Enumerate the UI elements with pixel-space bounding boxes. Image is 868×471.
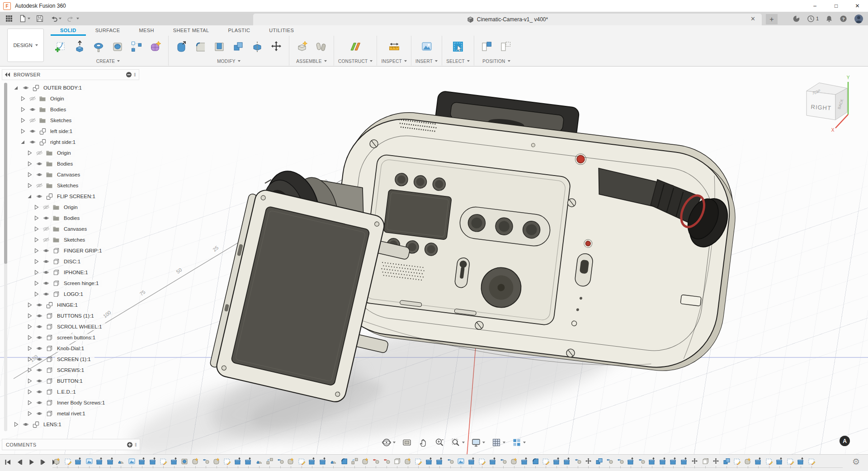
browser-row-right-side-1[interactable]: right side:1 <box>2 137 139 147</box>
browser-row-screws-1[interactable]: SCREWS:1 <box>2 365 139 376</box>
revert-position-tool[interactable] <box>497 38 514 56</box>
timeline-feature-form-icon[interactable] <box>53 457 61 465</box>
timeline-feature-joint-icon[interactable] <box>202 457 210 465</box>
new-component-tool[interactable] <box>293 38 311 56</box>
timeline-feature-joint-icon[interactable] <box>500 457 507 465</box>
timeline-feature-sketch-icon[interactable] <box>733 457 741 465</box>
timeline-feature-image-icon[interactable] <box>85 457 93 465</box>
timeline-feature-sketch-icon[interactable] <box>160 457 167 465</box>
expand-twisty-icon[interactable] <box>32 290 40 298</box>
timeline-feature-extrude-icon[interactable] <box>627 457 635 465</box>
expand-twisty-icon[interactable] <box>32 268 40 276</box>
timeline-feature-box-icon[interactable] <box>393 457 401 465</box>
timeline-feature-image-icon[interactable] <box>128 457 136 465</box>
zoom-nav-icon[interactable] <box>433 436 446 449</box>
timeline-feature-move-icon[interactable] <box>691 457 698 465</box>
timeline-feature-form-icon[interactable] <box>404 457 412 465</box>
expand-twisty-icon[interactable] <box>19 116 27 124</box>
browser-row-screen-hinge-1[interactable]: Screen hinge:1 <box>2 278 139 289</box>
timeline-feature-fillet-icon[interactable] <box>532 457 539 465</box>
browser-row-flip-screen-1[interactable]: FLIP SCREEN:1 <box>2 191 139 202</box>
browser-row-button-1[interactable]: BUTTON:1 <box>2 376 139 386</box>
split-body-tool[interactable] <box>249 38 266 56</box>
timeline-feature-joint-icon[interactable] <box>277 457 284 465</box>
browser-row-origin[interactable]: Origin <box>2 93 139 104</box>
timeline-feature-move-icon[interactable] <box>712 457 720 465</box>
job-status-icon[interactable]: 1 <box>807 15 819 23</box>
browser-row-screen-1-1[interactable]: SCREEN (1):1 <box>2 354 139 365</box>
timeline-feature-image-icon[interactable] <box>457 457 465 465</box>
timeline-feature-extrude-icon[interactable] <box>96 457 104 465</box>
timeline-feature-joint-icon[interactable] <box>574 457 582 465</box>
visibility-eye-icon[interactable] <box>42 290 50 298</box>
measure-tool[interactable] <box>386 38 403 56</box>
browser-row-finger-grip-1[interactable]: FINGER GRIP:1 <box>2 245 139 256</box>
timeline-feature-fillet-icon[interactable] <box>340 457 348 465</box>
browser-row-sketches[interactable]: Sketches <box>2 234 139 245</box>
ribbon-group-label[interactable]: INSPECT <box>381 59 401 64</box>
expand-twisty-icon[interactable] <box>25 160 33 168</box>
expand-twisty-icon[interactable] <box>25 333 33 342</box>
visibility-eye-icon[interactable] <box>28 95 37 103</box>
timeline-feature-joint-icon[interactable] <box>447 457 454 465</box>
collapse-twisty-icon[interactable] <box>25 192 33 200</box>
add-comment-icon[interactable] <box>127 442 133 448</box>
look-at-nav-icon[interactable] <box>400 436 414 449</box>
revolve-tool[interactable] <box>90 38 107 56</box>
timeline-feature-box-icon[interactable] <box>702 457 709 465</box>
timeline-feature-hole-icon[interactable] <box>181 457 189 465</box>
ribbon-group-label[interactable]: INSERT <box>415 59 433 64</box>
timeline-feature-sketch-icon[interactable] <box>223 457 231 465</box>
timeline-feature-extrude-icon[interactable] <box>138 457 146 465</box>
browser-row-origin[interactable]: Origin <box>2 202 139 213</box>
browser-row-canvases[interactable]: Canvases <box>2 224 139 234</box>
timeline-feature-extrude-icon[interactable] <box>553 457 561 465</box>
timeline-feature-extrude-icon[interactable] <box>468 457 476 465</box>
expand-twisty-icon[interactable] <box>25 312 33 320</box>
timeline-settings-gear-icon[interactable]: ⚙ <box>852 457 860 467</box>
timeline-feature-sketch-icon[interactable] <box>415 457 422 465</box>
expand-twisty-icon[interactable] <box>25 181 33 190</box>
browser-row-outer-body-1[interactable]: OUTER BODY:1 <box>2 82 139 93</box>
timeline-feature-extrude-icon[interactable] <box>234 457 242 465</box>
ribbon-group-label[interactable]: POSITION <box>482 59 505 64</box>
workspace-selector[interactable]: DESIGN <box>7 29 44 62</box>
timeline-feature-joint-icon[interactable] <box>638 457 646 465</box>
timeline-feature-joint-red-icon[interactable] <box>383 457 391 465</box>
timeline-feature-extrude-icon[interactable] <box>436 457 443 465</box>
timeline-feature-form-icon[interactable] <box>213 457 221 465</box>
timeline-feature-extrude-icon[interactable] <box>776 457 783 465</box>
timeline-feature-extrude-icon[interactable] <box>680 457 688 465</box>
browser-row-knob-dial-1[interactable]: Knob-Dial:1 <box>2 343 139 354</box>
browser-row-disc-1[interactable]: DISC:1 <box>2 256 139 267</box>
move-copy-tool[interactable] <box>268 38 285 56</box>
play-icon[interactable] <box>28 459 35 466</box>
expand-twisty-icon[interactable] <box>32 203 40 211</box>
visibility-eye-icon[interactable] <box>35 344 43 352</box>
expand-twisty-icon[interactable] <box>19 95 27 103</box>
comments-bar[interactable]: COMMENTS ‖ <box>2 439 140 450</box>
visibility-eye-icon[interactable] <box>35 409 43 418</box>
timeline-feature-sketch-icon[interactable] <box>478 457 486 465</box>
view-cube[interactable]: RIGHT TOP BACK Y X <box>794 67 862 135</box>
notifications-bell-icon[interactable] <box>826 15 833 23</box>
visibility-eye-icon[interactable] <box>35 399 43 407</box>
undo-icon[interactable] <box>47 13 64 24</box>
grid-settings-nav-icon[interactable] <box>490 436 507 449</box>
ribbon-tab-mesh[interactable]: MESH <box>129 25 163 36</box>
extrude-tool[interactable] <box>71 38 88 56</box>
timeline-feature-combine-icon[interactable] <box>595 457 603 465</box>
timeline-feature-revolve-icon[interactable] <box>330 457 337 465</box>
browser-row-inner-body-screws-1[interactable]: Inner Body Screws:1 <box>2 397 139 408</box>
expand-twisty-icon[interactable] <box>12 420 20 428</box>
ribbon-tab-plastic[interactable]: PLASTIC <box>219 25 260 36</box>
browser-row-sketches[interactable]: Sketches <box>2 115 139 126</box>
browser-row-left-side-1[interactable]: left side:1 <box>2 126 139 137</box>
timeline-feature-sketch-icon[interactable] <box>64 457 72 465</box>
expand-twisty-icon[interactable] <box>25 301 33 309</box>
visibility-eye-icon[interactable] <box>42 257 50 266</box>
fillet-tool[interactable] <box>192 38 209 56</box>
timeline-feature-sketch-icon[interactable] <box>298 457 306 465</box>
expand-twisty-icon[interactable] <box>25 377 33 385</box>
fit-nav-icon[interactable] <box>449 436 467 449</box>
